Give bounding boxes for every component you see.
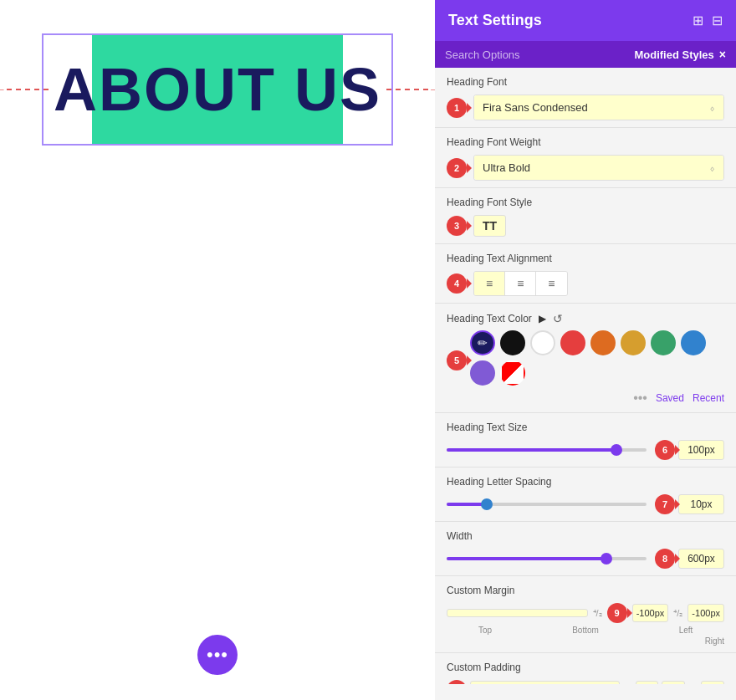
- color-diagonal-swatch[interactable]: [500, 360, 525, 386]
- margin-left-label: Left: [647, 626, 724, 635]
- heading-font-weight-select[interactable]: Ultra Bold ⬨: [473, 155, 724, 181]
- heading-font-label: Heading Font: [447, 76, 724, 88]
- arrow-left-icon: ←: [0, 82, 7, 97]
- step-5-badge: 5: [447, 350, 467, 370]
- slider-track-spacing[interactable]: [447, 503, 647, 506]
- padding-left-value[interactable]: 0px: [662, 681, 685, 684]
- margin-top-label: Top: [447, 626, 524, 635]
- color-orange-swatch[interactable]: [590, 330, 616, 355]
- heading-text-size-slider: 6 100px: [447, 440, 724, 460]
- align-right-button[interactable]: ≡: [536, 272, 566, 295]
- step-9-badge: 9: [607, 603, 627, 623]
- heading-font-weight-label: Heading Font Weight: [447, 136, 724, 148]
- green-block: ABOUT US: [92, 35, 343, 144]
- padding-bottom-value[interactable]: 0px: [636, 681, 659, 684]
- step-7-badge: 7: [655, 494, 675, 514]
- margin-link-icon-2[interactable]: ⁴/₂: [673, 608, 682, 619]
- alignment-group: ≡ ≡ ≡: [473, 271, 568, 296]
- canvas-inner: ← → ABOUT US: [42, 33, 393, 146]
- heading-text-size-section: Heading Text Size 6 100px: [435, 413, 736, 468]
- custom-padding-label: Custom Padding: [447, 662, 724, 673]
- heading-letter-spacing-value[interactable]: 10px: [678, 494, 724, 514]
- color-dots: •••: [633, 391, 647, 406]
- reset-icon[interactable]: ↺: [553, 312, 563, 325]
- canvas-area: ← → ABOUT US •••: [0, 0, 435, 700]
- recent-link[interactable]: Recent: [693, 392, 724, 404]
- slider-track-size[interactable]: [447, 448, 647, 452]
- color-yellow-swatch[interactable]: [621, 330, 646, 355]
- grid-icon[interactable]: ⊟: [712, 13, 723, 28]
- modified-styles-badge: Modified Styles ×: [634, 48, 726, 61]
- margin-top-value[interactable]: [447, 609, 588, 617]
- step-4-badge: 4: [447, 273, 467, 294]
- align-left-button[interactable]: ≡: [474, 272, 505, 295]
- slider-thumb-spacing[interactable]: [481, 498, 493, 510]
- heading-font-value: Fira Sans Condensed ⬨: [474, 95, 723, 120]
- margin-bottom-label: Bottom: [547, 626, 624, 635]
- saved-link[interactable]: Saved: [656, 392, 684, 404]
- color-black-swatch[interactable]: [500, 330, 525, 355]
- select-arrow-icon: ⬨: [709, 102, 715, 114]
- color-purple-swatch[interactable]: [470, 360, 495, 386]
- element-wrapper: ← → ABOUT US: [42, 33, 393, 146]
- style-buttons: TT: [473, 215, 506, 237]
- heading-font-weight-section: Heading Font Weight 2 Ultra Bold ⬨: [435, 128, 736, 188]
- color-white-swatch[interactable]: [530, 330, 555, 355]
- step-2-badge: 2: [447, 158, 467, 178]
- heading-font-select[interactable]: Fira Sans Condensed ⬨: [473, 95, 724, 120]
- panel-header: Text Settings ⊞ ⊟: [435, 0, 736, 41]
- width-label: Width: [447, 530, 724, 542]
- cursor-icon[interactable]: ▶: [539, 313, 546, 324]
- color-row: ✏: [470, 330, 724, 386]
- slider-thumb-size[interactable]: [611, 444, 622, 456]
- heading-font-style-section: Heading Font Style 3 TT: [435, 188, 736, 244]
- heading-font-weight-value: Ultra Bold ⬨: [474, 156, 723, 180]
- fullscreen-icon[interactable]: ⊞: [693, 13, 703, 28]
- heading-font-section: Heading Font 1 Fira Sans Condensed ⬨: [435, 68, 736, 128]
- step-6-badge: 6: [655, 440, 675, 460]
- select-arrow-icon-2: ⬨: [709, 162, 715, 174]
- margin-left-value[interactable]: -100px: [632, 604, 669, 622]
- padding-right-value[interactable]: 0px: [701, 681, 724, 684]
- slider-fill-size: [447, 448, 616, 452]
- step-10-badge: 10: [447, 680, 467, 684]
- color-red-swatch[interactable]: [560, 330, 585, 355]
- color-links: ••• Saved Recent: [447, 391, 724, 406]
- search-placeholder[interactable]: Search Options: [445, 49, 520, 61]
- align-center-button[interactable]: ≡: [505, 272, 536, 295]
- slider-track-width[interactable]: [447, 557, 647, 560]
- step-1-badge: 1: [447, 98, 467, 118]
- dashed-line-left: [7, 89, 49, 90]
- panel-title: Text Settings: [448, 12, 542, 29]
- panel-header-icons: ⊞ ⊟: [693, 13, 723, 28]
- padding-top-value[interactable]: 0px: [470, 681, 620, 684]
- heading-text-alignment-label: Heading Text Alignment: [447, 253, 724, 264]
- width-section: Width 8 600px: [435, 522, 736, 576]
- step-8-badge: 8: [655, 549, 675, 569]
- step-3-badge: 3: [447, 216, 467, 236]
- heading-text-color-row: Heading Text Color ▶ ↺: [447, 312, 724, 325]
- margin-link-icon-1[interactable]: ⁴/₂: [593, 608, 602, 619]
- slider-thumb-width[interactable]: [601, 553, 612, 565]
- width-value[interactable]: 600px: [678, 549, 724, 569]
- heading-text-alignment-section: Heading Text Alignment 4 ≡ ≡ ≡: [435, 244, 736, 304]
- heading-text-size-value[interactable]: 100px: [678, 440, 724, 460]
- search-bar: Search Options Modified Styles ×: [435, 41, 736, 68]
- color-pencil-swatch[interactable]: ✏: [470, 330, 495, 355]
- heading-text-size-label: Heading Text Size: [447, 422, 724, 433]
- style-tt-button[interactable]: TT: [473, 215, 506, 237]
- heading-text-color-section: Heading Text Color ▶ ↺ 5 ✏: [435, 304, 736, 413]
- margin-right-value[interactable]: -100px: [687, 604, 724, 622]
- heading-text-color-label: Heading Text Color: [447, 313, 532, 324]
- color-blue-swatch[interactable]: [681, 330, 706, 355]
- color-green-swatch[interactable]: [651, 330, 676, 355]
- panel-content: Heading Font 1 Fira Sans Condensed ⬨ Hea…: [435, 68, 736, 684]
- custom-margin-label: Custom Margin: [447, 585, 724, 596]
- custom-margin-section: Custom Margin ⁴/₂ 9 -100px ⁴/₂ -100px To…: [435, 576, 736, 653]
- margin-right-label: Right: [705, 636, 724, 646]
- heading-letter-spacing-section: Heading Letter Spacing 7 10px: [435, 468, 736, 522]
- modified-styles-close[interactable]: ×: [719, 48, 726, 61]
- modified-styles-label: Modified Styles: [634, 49, 713, 61]
- fab-button[interactable]: •••: [197, 635, 238, 675]
- custom-padding-section: Custom Padding 10 0px ⁴/₂ 0px 0px ⁴/₂ 0p…: [435, 653, 736, 684]
